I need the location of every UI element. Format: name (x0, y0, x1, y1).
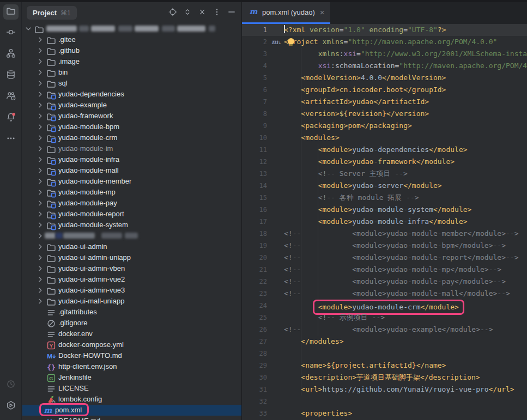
chevron-right-icon[interactable] (36, 253, 45, 262)
tree-row-.github[interactable]: .github (22, 45, 241, 56)
line-number: 17 (242, 216, 267, 228)
activity-item-database[interactable] (3, 68, 19, 83)
chevron-right-icon[interactable] (36, 166, 45, 175)
gutter (267, 252, 284, 264)
chevron-right-icon[interactable] (36, 123, 45, 131)
chevron-right-icon[interactable] (36, 144, 45, 153)
toolbar-expand-collapse-button[interactable] (183, 9, 192, 17)
chevron-right-icon[interactable] (36, 112, 45, 120)
tree-row-yudao-module-member[interactable]: yudao-module-member (22, 176, 241, 187)
tree-row-yudao-ui-admin-uniapp[interactable]: yudao-ui-admin-uniapp (22, 252, 241, 263)
toolbar-locate-file-button[interactable] (168, 9, 177, 17)
gutter (267, 372, 284, 384)
tree-row-.gitignore[interactable]: .gitignore (22, 318, 241, 328)
tree-row-yudao-module-infra[interactable]: yudao-module-infra (22, 154, 241, 165)
tree-row-yudao-module-mall[interactable]: yudao-module-mall (22, 165, 241, 176)
tree-row-yudao-module-report[interactable]: yudao-module-report (22, 209, 241, 220)
chevron-right-icon[interactable] (36, 242, 45, 251)
tree-row-yudao-module-pay[interactable]: yudao-module-pay (22, 198, 241, 209)
tree-row-sql[interactable]: sql (22, 78, 241, 89)
tree-row-docker-compose.yml[interactable]: Ydocker-compose.yml (22, 339, 241, 350)
chevron-right-icon[interactable] (36, 90, 45, 99)
chevron-right-icon[interactable] (36, 232, 45, 240)
tree-row-yudao-ui-admin[interactable]: yudao-ui-admin (22, 241, 241, 252)
tree-row-http-client.env.json[interactable]: {}http-client.env.json (22, 361, 241, 372)
services-icon (6, 400, 16, 412)
activity-item-learn[interactable]: ? (3, 89, 19, 105)
intention-bulb-icon[interactable] (288, 38, 294, 45)
maven-sync-gutter-icon[interactable]: m↓ (271, 36, 281, 48)
tree-row-yudao-example[interactable]: yudao-example (22, 100, 241, 111)
chevron-right-icon[interactable] (36, 297, 45, 306)
editor-code: 1<?xml version="1.0" encoding="UTF-8"?>2… (242, 24, 527, 419)
tree-row-.gitattributes[interactable]: .gitattributes (22, 307, 241, 318)
tree-row-yudao-module-system[interactable]: yudao-module-system (22, 220, 241, 230)
gutter (267, 132, 284, 144)
activity-item-structure[interactable] (3, 47, 19, 62)
code-text: <!-- <module>yudao-example</module>--> (284, 324, 493, 336)
chevron-right-icon[interactable] (36, 35, 45, 44)
chevron-right-icon[interactable] (36, 68, 45, 77)
tree-row-yudao-dependencies[interactable]: yudao-dependencies (22, 89, 241, 100)
chevron-right-icon[interactable] (36, 57, 45, 66)
activity-item-commit[interactable] (3, 26, 19, 41)
chevron-right-icon[interactable] (36, 188, 45, 197)
markdown-file-icon: M (46, 351, 55, 360)
tree-row-.image[interactable]: .image (22, 56, 241, 67)
tree-row-docker.env[interactable]: docker.env (22, 328, 241, 339)
lombok-file-icon (46, 395, 55, 404)
code-text: <modelVersion>4.0.0</modelVersion> (284, 72, 446, 84)
code-line-27: 27 </modules> (242, 336, 527, 348)
gutter (267, 180, 284, 192)
tree-row-Jenkinsfile[interactable]: GJenkinsfile (22, 372, 241, 383)
chevron-right-icon[interactable] (36, 79, 45, 88)
gutter (267, 72, 284, 84)
svg-text:M: M (47, 352, 52, 360)
tree-row-yudao-module-crm[interactable]: yudao-module-crm (22, 132, 241, 143)
collapse-all-icon (198, 8, 207, 19)
code-line-9: 9 <packaging>pom</packaging> (242, 120, 527, 132)
toolbar-options-button[interactable] (213, 9, 221, 17)
tree-row-redacted[interactable] (22, 230, 241, 241)
editor-tab-pom[interactable]: m pom.xml (yudao) × (242, 2, 330, 22)
locate-icon (168, 8, 177, 19)
activity-item-profiler[interactable] (3, 378, 19, 393)
tree-row-yudao-ui-admin-vue3[interactable]: yudao-ui-admin-vue3 (22, 285, 241, 296)
toolbar-hide-panel-button[interactable] (227, 9, 236, 17)
tree-row-README.md[interactable]: MREADME.md (22, 416, 241, 420)
chevron-right-icon[interactable] (36, 155, 45, 164)
tree-row-redacted[interactable] (22, 23, 241, 34)
chevron-right-icon[interactable] (36, 133, 45, 142)
tree-row-pom.xml[interactable]: mpom.xml (22, 405, 241, 416)
chevron-right-icon[interactable] (36, 286, 45, 295)
tree-row-yudao-module-mp[interactable]: yudao-module-mp (22, 187, 241, 198)
chevron-right-icon[interactable] (36, 199, 45, 208)
chevron-right-icon[interactable] (36, 101, 45, 109)
close-icon[interactable]: × (320, 8, 325, 16)
chevron-right-icon[interactable] (36, 210, 45, 218)
chevron-down-icon[interactable] (24, 25, 33, 33)
module-folder-file-icon (46, 123, 55, 131)
tree-row-yudao-ui-admin-vue2[interactable]: yudao-ui-admin-vue2 (22, 274, 241, 285)
chevron-right-icon[interactable] (36, 46, 45, 55)
tree-row-yudao-ui-mall-uniapp[interactable]: yudao-ui-mall-uniapp (22, 296, 241, 307)
activity-item-notifications[interactable] (3, 111, 19, 126)
tree-row-yudao-ui-admin-vben[interactable]: yudao-ui-admin-vben (22, 263, 241, 274)
gutter (267, 264, 284, 276)
chevron-right-icon[interactable] (36, 275, 45, 284)
activity-item-services[interactable] (3, 399, 19, 414)
tree-row-LICENSE[interactable]: LICENSE (22, 383, 241, 394)
tree-row-yudao-module-im[interactable]: yudao-module-im (22, 143, 241, 154)
tree-row-.gitee[interactable]: .gitee (22, 34, 241, 45)
toolbar-collapse-all-button[interactable] (198, 9, 207, 17)
project-tool-button[interactable]: Project ⌘1 (27, 6, 77, 20)
tree-row-Docker-HOWTO.md[interactable]: MDocker-HOWTO.md (22, 350, 241, 361)
activity-item-more-tool-windows[interactable] (3, 132, 19, 147)
tree-row-bin[interactable]: bin (22, 67, 241, 78)
chevron-right-icon[interactable] (36, 221, 45, 229)
tree-row-yudao-framework[interactable]: yudao-framework (22, 111, 241, 121)
tree-row-yudao-module-bpm[interactable]: yudao-module-bpm (22, 121, 241, 132)
activity-item-project[interactable] (3, 4, 19, 20)
chevron-right-icon[interactable] (36, 177, 45, 186)
chevron-right-icon[interactable] (36, 264, 45, 273)
